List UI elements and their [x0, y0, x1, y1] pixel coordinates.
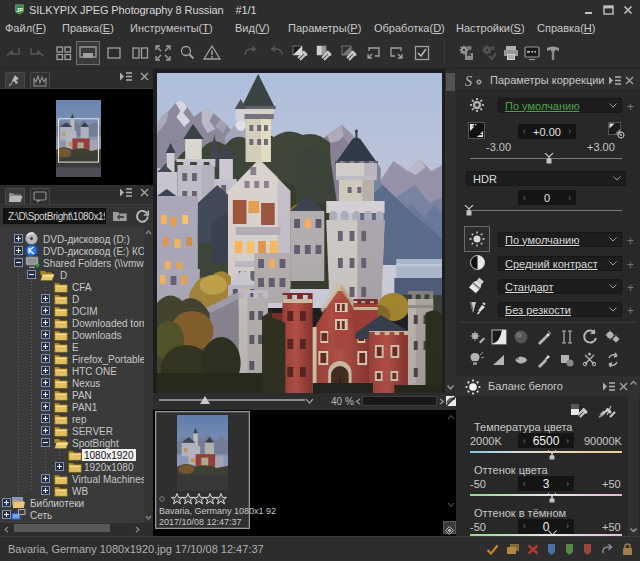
svg-text:JP: JP [16, 7, 23, 13]
svg-text:S: S [465, 74, 472, 89]
